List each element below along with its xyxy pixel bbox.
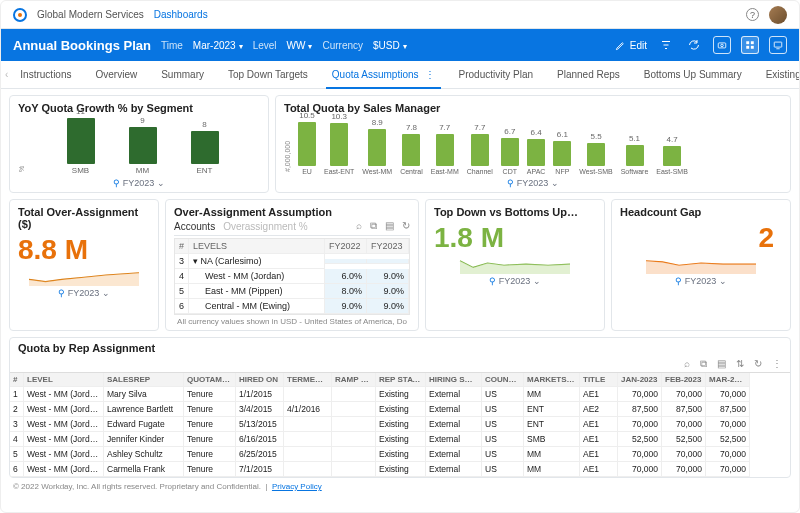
workday-logo-icon <box>13 8 27 22</box>
tab-overview[interactable]: Overview <box>83 61 149 88</box>
bar-cdt: 6.7CDT <box>501 127 519 175</box>
tab-productivity-plan[interactable]: Productivity Plan <box>447 61 545 88</box>
kpi-value: 1.8 M <box>434 220 596 252</box>
card-yoy-growth: YoY Quota Growth % by Segment % 11SMB9MM… <box>9 95 269 193</box>
privacy-link[interactable]: Privacy Policy <box>272 482 322 491</box>
save-icon[interactable]: ▤ <box>385 220 394 232</box>
tab-summary[interactable]: Summary <box>149 61 216 88</box>
copy-icon[interactable]: ⧉ <box>700 358 707 370</box>
bar-east-smb: 4.7East-SMB <box>656 135 688 175</box>
table-row[interactable]: 4West - MM (Jordan)Jennifer KinderTenure… <box>10 432 790 447</box>
sparkline <box>434 252 596 274</box>
table-row[interactable]: 6West - MM (Jordan)Carmella FrankTenure7… <box>10 462 790 477</box>
svg-rect-0 <box>718 43 726 48</box>
tab-top-down-targets[interactable]: Top Down Targets <box>216 61 320 88</box>
bar-channel: 7.7Channel <box>467 123 493 175</box>
top-nav: Global Modern Services Dashboards ? <box>1 1 799 29</box>
tab-planned-reps[interactable]: Planned Reps <box>545 61 632 88</box>
copy-icon[interactable]: ⧉ <box>370 220 377 232</box>
svg-rect-6 <box>774 42 782 47</box>
table-row[interactable]: 4West - MM (Jordan)6.0%9.0% <box>175 269 409 284</box>
time-selector[interactable]: Mar-2023 <box>193 40 243 51</box>
more-icon[interactable]: ⋮ <box>772 358 782 370</box>
search-icon[interactable]: ⌕ <box>356 220 362 232</box>
tab-menu-icon[interactable]: ⋮ <box>425 69 435 80</box>
org-name: Global Modern Services <box>37 9 144 20</box>
copyright-text: © 2022 Workday, Inc. All rights reserved… <box>13 482 261 491</box>
present-icon[interactable] <box>769 36 787 54</box>
page-footer: © 2022 Workday, Inc. All rights reserved… <box>1 480 799 493</box>
grid-view-icon[interactable] <box>741 36 759 54</box>
card-footer[interactable]: FY2023 <box>434 276 596 286</box>
refresh-icon[interactable] <box>685 36 703 54</box>
oa-footer-note: All currency values shown in USD - Unite… <box>174 315 410 326</box>
currency-selector[interactable]: $USD <box>373 40 407 51</box>
tab-existing-reps[interactable]: Existing Reps <box>754 61 800 88</box>
bar-smb: 11SMB <box>67 107 95 175</box>
camera-icon[interactable] <box>713 36 731 54</box>
bar-nfp: 6.1NFP <box>553 130 571 175</box>
bar-mm: 9MM <box>129 116 157 176</box>
oa-tab-overassignment[interactable]: Overassignment % <box>223 221 307 232</box>
y-axis-label: % <box>18 116 25 176</box>
time-label: Time <box>161 40 183 51</box>
table-row[interactable]: 5West - MM (Jordan)Ashley SchultzTenure6… <box>10 447 790 462</box>
bar-west-mm: 8.9West-MM <box>362 118 392 175</box>
bar-east-mm: 7.7East-MM <box>431 123 459 175</box>
edit-button[interactable]: Edit <box>615 40 647 51</box>
sort-icon[interactable]: ⇅ <box>736 358 744 370</box>
bar-central: 7.8Central <box>400 123 423 176</box>
card-footer[interactable]: FY2023 <box>18 288 150 298</box>
sparkline <box>620 252 782 274</box>
pencil-icon <box>615 40 626 51</box>
filter-icon[interactable] <box>657 36 675 54</box>
table-row[interactable]: 6Central - MM (Ewing)9.0%9.0% <box>175 299 409 314</box>
table-row[interactable]: 2West - MM (Jordan)Lawrence BartlettTenu… <box>10 402 790 417</box>
svg-rect-3 <box>751 41 754 44</box>
tab-quota-assumptions[interactable]: Quota Assumptions⋮ <box>320 61 447 88</box>
card-total-quota: Total Quota by Sales Manager #,000,000 1… <box>275 95 791 193</box>
refresh-icon[interactable]: ↻ <box>402 220 410 232</box>
card-quota-by-rep: Quota by Rep Assignment ⌕ ⧉ ▤ ⇅ ↻ ⋮ #LEV… <box>9 337 791 478</box>
bar-ent: 8ENT <box>191 120 219 175</box>
kpi-value: 8.8 M <box>18 232 150 264</box>
card-title: Headcount Gap <box>620 206 782 218</box>
dashboards-link[interactable]: Dashboards <box>154 9 208 20</box>
card-headcount-gap: Headcount Gap 2 FY2023 <box>611 199 791 331</box>
card-title: Total Over-Assignment ($) <box>18 206 150 230</box>
svg-point-1 <box>721 44 724 47</box>
card-footer[interactable]: FY2023 <box>18 178 260 188</box>
svg-rect-2 <box>746 41 749 44</box>
svg-rect-4 <box>746 46 749 49</box>
table-row[interactable]: 5East - MM (Pippen)8.0%9.0% <box>175 284 409 299</box>
page-title: Annual Bookings Plan <box>13 38 151 53</box>
filter-icon[interactable]: ▤ <box>717 358 726 370</box>
bar-west-smb: 5.5West-SMB <box>579 132 612 175</box>
oa-tab-accounts[interactable]: Accounts <box>174 221 215 232</box>
tab-instructions[interactable]: Instructions <box>8 61 83 88</box>
search-icon[interactable]: ⌕ <box>684 358 690 370</box>
help-icon[interactable]: ? <box>746 8 759 21</box>
card-over-assignment-assumption: Over-Assignment Assumption Accounts Over… <box>165 199 419 331</box>
card-footer[interactable]: FY2023 <box>284 178 782 188</box>
sheet-tabs: ‹ InstructionsOverviewSummaryTop Down Ta… <box>1 61 799 89</box>
bar-apac: 6.4APAC <box>527 128 546 175</box>
card-footer[interactable]: FY2023 <box>620 276 782 286</box>
svg-marker-7 <box>29 273 139 286</box>
currency-label: Currency <box>322 40 363 51</box>
bar-eu: 10.5EU <box>298 111 316 175</box>
user-avatar[interactable] <box>769 6 787 24</box>
card-title: Quota by Rep Assignment <box>10 342 790 354</box>
table-row[interactable]: 1West - MM (Jordan)Mary SilvaTenure1/1/2… <box>10 387 790 402</box>
svg-marker-8 <box>460 261 570 274</box>
table-row[interactable]: 3▾ NA (Carlesimo) <box>175 254 409 269</box>
svg-rect-5 <box>751 46 754 49</box>
level-selector[interactable]: WW <box>287 40 313 51</box>
refresh-icon[interactable]: ↻ <box>754 358 762 370</box>
card-total-over-assignment: Total Over-Assignment ($) 8.8 M FY2023 <box>9 199 159 331</box>
tab-bottoms-up-summary[interactable]: Bottoms Up Summary <box>632 61 754 88</box>
card-top-down-vs-bottoms-up: Top Down vs Bottoms Up… 1.8 M FY2023 <box>425 199 605 331</box>
table-row[interactable]: 3West - MM (Jordan)Edward FugateTenure5/… <box>10 417 790 432</box>
level-label: Level <box>253 40 277 51</box>
page-header-bar: Annual Bookings Plan Time Mar-2023 Level… <box>1 29 799 61</box>
